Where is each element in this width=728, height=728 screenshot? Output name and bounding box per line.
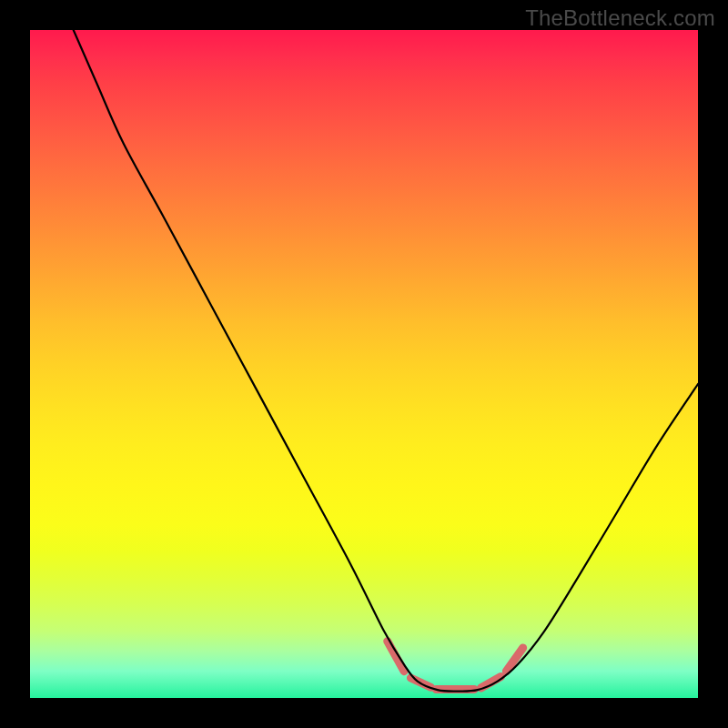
chart-container: TheBottleneck.com bbox=[0, 0, 728, 728]
data-curve bbox=[74, 30, 698, 692]
chart-overlay bbox=[30, 30, 698, 698]
marker-segments bbox=[388, 642, 523, 690]
marker-segment bbox=[388, 642, 404, 672]
marker-segment bbox=[480, 677, 500, 688]
watermark-label: TheBottleneck.com bbox=[525, 5, 715, 31]
plot-area bbox=[30, 30, 698, 698]
